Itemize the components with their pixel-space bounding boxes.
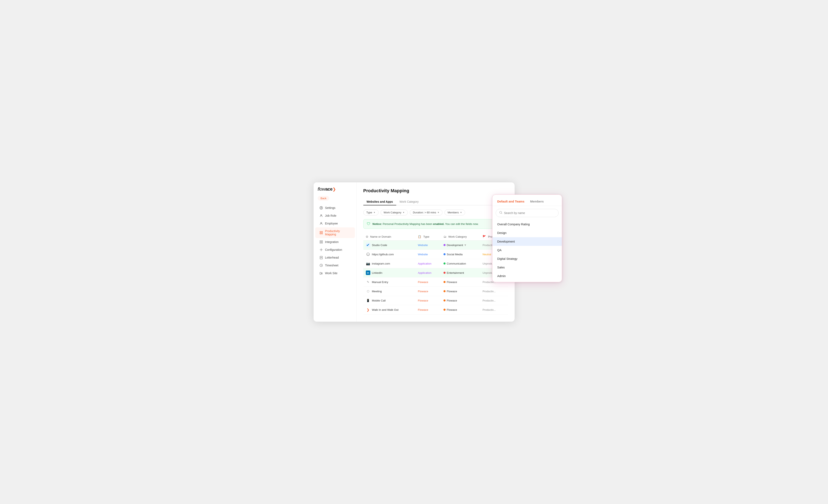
cell-name: ⬡ Meeting	[363, 287, 416, 296]
table-row: in LinkedIn Application Entertainment	[363, 268, 508, 277]
notice-text: Notice: Personal Productivity Mapping ha…	[373, 222, 479, 226]
row-name: https://github.com	[372, 253, 394, 256]
productivity-value: Neutral	[483, 253, 491, 256]
dropdown-item-design[interactable]: Design	[492, 229, 562, 237]
sidebar-item-letterhead-label: Letterhead	[325, 256, 339, 259]
sidebar-item-settings-label: Settings	[325, 206, 336, 210]
timesheet-icon	[319, 264, 323, 267]
sidebar-item-timesheet[interactable]: Timesheet	[315, 262, 355, 269]
search-box	[496, 209, 558, 217]
cell-type[interactable]: Flowace	[415, 287, 441, 296]
main-container: flowace❯ Back Settings Job Role Employe	[314, 182, 515, 322]
back-button[interactable]: Back	[318, 196, 329, 201]
sidebar-item-settings[interactable]: Settings	[315, 204, 355, 212]
sidebar-item-employee[interactable]: Employee	[315, 220, 355, 227]
cell-category[interactable]: Flowace	[441, 287, 480, 296]
row-name: Studio Code	[372, 243, 387, 247]
dropdown-item-digital-strategy[interactable]: Digital Strategy	[492, 255, 562, 263]
cell-type[interactable]: Flowace	[415, 296, 441, 305]
dropdown-item-development[interactable]: Development	[492, 237, 562, 246]
notice-icon: 🛡	[367, 222, 371, 226]
cell-name: Studio Code	[363, 240, 416, 250]
dropdown-tab-bar: Default and Teams Members	[492, 195, 562, 206]
svg-point-0	[320, 207, 323, 209]
cell-category[interactable]: Communication	[441, 259, 480, 268]
cell-name: ✎ Manual Entry	[363, 277, 416, 287]
filter-members[interactable]: Members ▼	[445, 210, 465, 216]
svg-point-2	[321, 215, 322, 216]
row-name: Meeting	[372, 290, 382, 293]
cell-type[interactable]: Application	[415, 268, 441, 277]
cell-category[interactable]: Flowace	[441, 277, 480, 287]
col-work-category: 🗂 Work Category	[441, 233, 480, 240]
cell-category[interactable]: Flowace	[441, 296, 480, 305]
app-icon-mobile-call: 📱	[366, 298, 370, 303]
col-type-label: Type	[423, 235, 429, 238]
productivity-col-icon: 🚩	[483, 235, 486, 238]
svg-rect-15	[320, 272, 321, 274]
sidebar-item-integration[interactable]: Integration	[315, 238, 355, 246]
logo-arrow: ❯	[333, 187, 336, 191]
category-col-icon: 🗂	[444, 235, 446, 238]
chevron-down-icon: ▼	[373, 211, 375, 214]
row-name: Walk In and Walk Out	[372, 308, 399, 311]
dropdown-tab-members[interactable]: Members	[529, 198, 547, 206]
cell-type[interactable]: Website	[415, 250, 441, 259]
dropdown-tab-default-teams[interactable]: Default and Teams	[497, 198, 528, 206]
filter-type[interactable]: Type ▼	[363, 210, 379, 216]
dropdown-item-qa[interactable]: QA	[492, 246, 562, 255]
cell-productivity[interactable]: Productiv...	[480, 305, 508, 314]
sidebar-item-letterhead[interactable]: Letterhead	[315, 254, 355, 262]
tab-work-category[interactable]: Work Category	[396, 198, 422, 205]
sidebar-item-work-site[interactable]: Work Site	[315, 269, 355, 277]
filter-work-category[interactable]: Work Category ▼	[381, 210, 408, 216]
sidebar-item-productivity-mapping-label: Productivity Mapping	[325, 229, 351, 236]
cell-type[interactable]: Flowace	[415, 305, 441, 314]
svg-rect-10	[320, 242, 321, 243]
cell-category[interactable]: Development ▼	[441, 240, 480, 250]
dropdown-arrow[interactable]: ▼	[464, 243, 466, 247]
cell-category[interactable]: Social Media	[441, 250, 480, 259]
cell-category[interactable]: Entertainment	[441, 268, 480, 277]
svg-point-16	[367, 253, 370, 256]
tab-bar: Websites and Apps Work Category	[363, 198, 508, 205]
dropdown-item-sales[interactable]: Sales	[492, 263, 562, 272]
table-row: 📷 instagram.com Application Communicatio…	[363, 259, 508, 268]
notice-enabled: enabled.	[433, 222, 444, 226]
letterhead-icon	[319, 256, 323, 260]
sidebar-item-productivity-mapping[interactable]: Productivity Mapping	[315, 227, 355, 238]
category-label: Development	[447, 243, 463, 247]
search-input[interactable]	[504, 211, 555, 215]
category-dot	[444, 290, 446, 292]
table-row: https://github.com Website Social Media	[363, 250, 508, 259]
productivity-value: Productiv...	[483, 308, 496, 311]
category-dot	[444, 281, 446, 283]
cell-name: 📱 Mobile Call	[363, 296, 416, 305]
type-col-icon: 📋	[418, 235, 421, 238]
notice-banner: 🛡 Notice: Personal Productivity Mapping …	[363, 219, 508, 229]
sidebar-item-job-role[interactable]: Job Role	[315, 212, 355, 220]
category-dot	[444, 272, 446, 274]
col-type: 📋 Type	[415, 233, 441, 240]
productivity-value: Productiv...	[483, 290, 496, 293]
cell-type[interactable]: Flowace	[415, 277, 441, 287]
table-header-row: ⊙ Name or Domain 📋 Type 🗂 Work Category	[363, 233, 508, 240]
cell-productivity[interactable]: Productiv...	[480, 296, 508, 305]
job-role-icon	[319, 214, 323, 218]
sidebar-item-employee-label: Employee	[325, 222, 338, 225]
sidebar-item-configuration[interactable]: Configuration	[315, 246, 355, 254]
category-label: Entertainment	[447, 271, 464, 274]
cell-type[interactable]: Application	[415, 259, 441, 268]
cell-category[interactable]: Flowace	[441, 305, 480, 314]
cell-productivity[interactable]: Productiv...	[480, 287, 508, 296]
productivity-value: Productiv...	[483, 299, 496, 302]
employee-icon	[319, 222, 323, 225]
filter-duration[interactable]: Duration: > 60 mins ▼	[410, 210, 443, 216]
sidebar-item-integration-label: Integration	[325, 240, 339, 243]
category-dot	[444, 300, 446, 302]
dropdown-item-admin[interactable]: Admin	[492, 272, 562, 280]
dropdown-item-overall[interactable]: Overall Company Rating	[492, 220, 562, 229]
tab-websites-apps[interactable]: Websites and Apps	[363, 198, 396, 205]
dropdown-panel: Default and Teams Members Overall Compan…	[492, 194, 562, 282]
cell-type[interactable]: Website	[415, 240, 441, 250]
